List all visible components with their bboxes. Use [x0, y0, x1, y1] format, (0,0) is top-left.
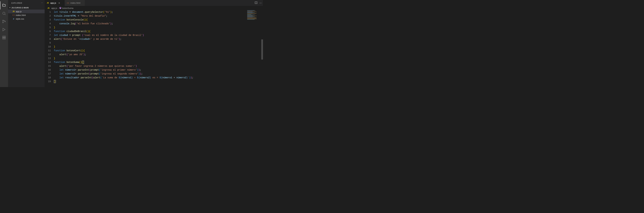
activity-search[interactable]	[0, 10, 8, 18]
html-file-icon	[66, 2, 70, 4]
file-item-style-css[interactable]: #style.css	[8, 17, 44, 21]
minimap[interactable]	[247, 10, 260, 18]
breadcrumb-file: app.js	[51, 7, 57, 10]
project-header[interactable]: JS-CURSO-2-MAIN	[8, 6, 44, 10]
file-label: index.html	[16, 14, 26, 16]
css-file-icon: #	[12, 18, 15, 20]
svg-point-1	[3, 20, 4, 21]
sidebar: EXPLORER ⋯ JS-CURSO-2-MAIN JSapp.jsindex…	[8, 0, 44, 87]
breadcrumb-symbol: botonSuma	[62, 7, 74, 10]
tab-index-html[interactable]: index.html	[65, 0, 85, 6]
file-label: app.js	[16, 10, 22, 13]
svg-point-2	[3, 22, 4, 23]
tab-label: app.js	[50, 2, 56, 4]
activity-explorer[interactable]	[0, 1, 8, 10]
activity-extensions[interactable]	[0, 34, 8, 42]
scrollbar-thumb[interactable]	[261, 40, 263, 60]
code-editor[interactable]: 12345678910111213141516171819 let titulo…	[44, 10, 263, 87]
sidebar-more-icon[interactable]: ⋯	[41, 2, 43, 4]
close-icon[interactable]	[58, 2, 60, 4]
svg-rect-7	[2, 38, 4, 39]
svg-rect-6	[4, 36, 6, 38]
split-editor-icon[interactable]	[255, 1, 258, 4]
editor-more-icon[interactable]: ⋯	[260, 2, 262, 4]
svg-rect-5	[2, 36, 4, 38]
line-numbers: 12345678910111213141516171819	[44, 10, 54, 87]
tabs-bar: JSapp.jsindex.html ⋯	[44, 0, 263, 6]
file-item-index-html[interactable]: index.html	[8, 13, 44, 17]
code-content[interactable]: let titulo = document.querySelector('h1'…	[54, 10, 263, 87]
activity-source-control[interactable]	[0, 18, 8, 26]
activity-bar	[0, 0, 8, 87]
editor-area: JSapp.jsindex.html ⋯ JS app.js › botonSu…	[44, 0, 263, 87]
method-icon	[59, 7, 62, 10]
js-file-icon: JS	[46, 2, 49, 4]
chevron-right-icon: ›	[58, 7, 58, 10]
sidebar-title: EXPLORER	[12, 2, 22, 4]
activity-run-debug[interactable]	[0, 26, 8, 34]
js-file-icon: JS	[12, 10, 15, 12]
js-file-icon: JS	[47, 7, 50, 9]
svg-point-3	[5, 21, 6, 22]
vertical-scrollbar[interactable]	[260, 6, 263, 87]
sidebar-header: EXPLORER ⋯	[8, 0, 44, 6]
project-name: JS-CURSO-2-MAIN	[12, 7, 29, 9]
svg-point-0	[3, 12, 5, 14]
file-item-app-js[interactable]: JSapp.js	[8, 10, 44, 13]
breadcrumb[interactable]: JS app.js › botonSuma	[44, 6, 263, 10]
html-file-icon	[12, 14, 15, 16]
tab-app-js[interactable]: JSapp.js	[44, 0, 65, 6]
svg-rect-8	[4, 38, 6, 39]
file-label: style.css	[16, 18, 24, 20]
tab-label: index.html	[70, 2, 80, 4]
